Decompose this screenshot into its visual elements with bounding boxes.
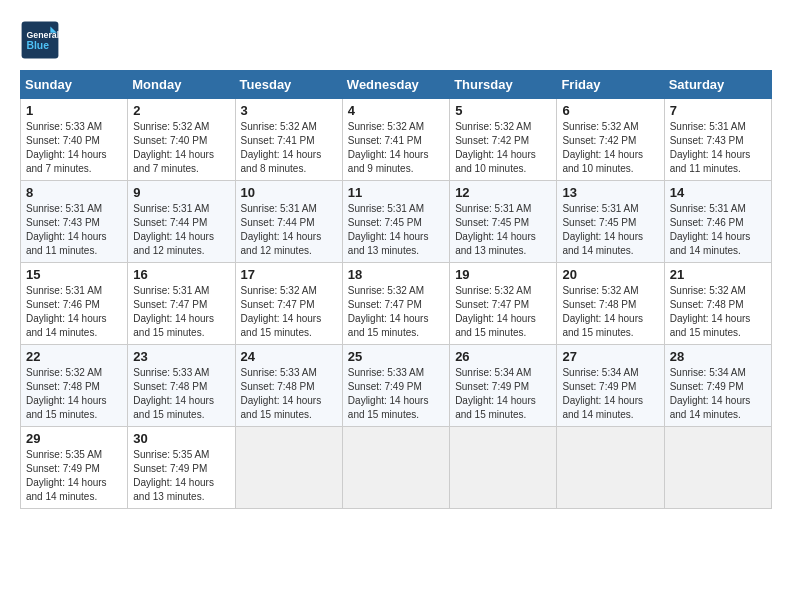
day-info: Sunrise: 5:32 AM Sunset: 7:41 PM Dayligh… [348,120,444,176]
daylight-label: Daylight: 14 hours and 8 minutes. [241,149,322,174]
calendar-cell: 21 Sunrise: 5:32 AM Sunset: 7:48 PM Dayl… [664,263,771,345]
day-number: 11 [348,185,444,200]
daylight-label: Daylight: 14 hours and 15 minutes. [241,313,322,338]
sunrise-label: Sunrise: 5:32 AM [26,367,102,378]
calendar-cell: 14 Sunrise: 5:31 AM Sunset: 7:46 PM Dayl… [664,181,771,263]
daylight-label: Daylight: 14 hours and 7 minutes. [26,149,107,174]
calendar-cell [664,427,771,509]
sunrise-label: Sunrise: 5:31 AM [455,203,531,214]
day-info: Sunrise: 5:32 AM Sunset: 7:47 PM Dayligh… [348,284,444,340]
daylight-label: Daylight: 14 hours and 13 minutes. [133,477,214,502]
calendar-cell: 17 Sunrise: 5:32 AM Sunset: 7:47 PM Dayl… [235,263,342,345]
day-info: Sunrise: 5:32 AM Sunset: 7:42 PM Dayligh… [455,120,551,176]
calendar-cell: 10 Sunrise: 5:31 AM Sunset: 7:44 PM Dayl… [235,181,342,263]
day-info: Sunrise: 5:32 AM Sunset: 7:40 PM Dayligh… [133,120,229,176]
calendar-cell: 24 Sunrise: 5:33 AM Sunset: 7:48 PM Dayl… [235,345,342,427]
day-number: 7 [670,103,766,118]
column-header-thursday: Thursday [450,71,557,99]
calendar-cell: 23 Sunrise: 5:33 AM Sunset: 7:48 PM Dayl… [128,345,235,427]
day-info: Sunrise: 5:33 AM Sunset: 7:40 PM Dayligh… [26,120,122,176]
day-info: Sunrise: 5:31 AM Sunset: 7:45 PM Dayligh… [562,202,658,258]
calendar-cell [450,427,557,509]
daylight-label: Daylight: 14 hours and 7 minutes. [133,149,214,174]
sunset-label: Sunset: 7:43 PM [670,135,744,146]
daylight-label: Daylight: 14 hours and 12 minutes. [133,231,214,256]
sunrise-label: Sunrise: 5:31 AM [348,203,424,214]
daylight-label: Daylight: 14 hours and 10 minutes. [562,149,643,174]
calendar-cell: 16 Sunrise: 5:31 AM Sunset: 7:47 PM Dayl… [128,263,235,345]
calendar-cell: 1 Sunrise: 5:33 AM Sunset: 7:40 PM Dayli… [21,99,128,181]
day-number: 21 [670,267,766,282]
sunset-label: Sunset: 7:45 PM [455,217,529,228]
daylight-label: Daylight: 14 hours and 9 minutes. [348,149,429,174]
calendar-cell [235,427,342,509]
sunrise-label: Sunrise: 5:32 AM [133,121,209,132]
day-number: 5 [455,103,551,118]
sunset-label: Sunset: 7:47 PM [133,299,207,310]
day-info: Sunrise: 5:32 AM Sunset: 7:48 PM Dayligh… [26,366,122,422]
svg-text:Blue: Blue [26,40,49,51]
day-info: Sunrise: 5:31 AM Sunset: 7:43 PM Dayligh… [670,120,766,176]
day-number: 20 [562,267,658,282]
calendar-header: SundayMondayTuesdayWednesdayThursdayFrid… [21,71,772,99]
daylight-label: Daylight: 14 hours and 14 minutes. [26,313,107,338]
sunset-label: Sunset: 7:42 PM [562,135,636,146]
sunrise-label: Sunrise: 5:32 AM [670,285,746,296]
sunrise-label: Sunrise: 5:32 AM [562,121,638,132]
day-number: 29 [26,431,122,446]
daylight-label: Daylight: 14 hours and 15 minutes. [455,313,536,338]
day-number: 17 [241,267,337,282]
day-info: Sunrise: 5:35 AM Sunset: 7:49 PM Dayligh… [133,448,229,504]
sunset-label: Sunset: 7:45 PM [562,217,636,228]
daylight-label: Daylight: 14 hours and 14 minutes. [670,231,751,256]
daylight-label: Daylight: 14 hours and 15 minutes. [455,395,536,420]
day-info: Sunrise: 5:33 AM Sunset: 7:49 PM Dayligh… [348,366,444,422]
sunrise-label: Sunrise: 5:34 AM [455,367,531,378]
day-number: 13 [562,185,658,200]
sunset-label: Sunset: 7:46 PM [670,217,744,228]
day-info: Sunrise: 5:33 AM Sunset: 7:48 PM Dayligh… [133,366,229,422]
daylight-label: Daylight: 14 hours and 11 minutes. [670,149,751,174]
sunrise-label: Sunrise: 5:32 AM [455,121,531,132]
daylight-label: Daylight: 14 hours and 15 minutes. [670,313,751,338]
sunrise-label: Sunrise: 5:34 AM [562,367,638,378]
sunset-label: Sunset: 7:49 PM [670,381,744,392]
day-number: 2 [133,103,229,118]
sunset-label: Sunset: 7:44 PM [241,217,315,228]
column-header-friday: Friday [557,71,664,99]
calendar-cell: 22 Sunrise: 5:32 AM Sunset: 7:48 PM Dayl… [21,345,128,427]
calendar-cell: 28 Sunrise: 5:34 AM Sunset: 7:49 PM Dayl… [664,345,771,427]
sunset-label: Sunset: 7:48 PM [670,299,744,310]
day-info: Sunrise: 5:32 AM Sunset: 7:47 PM Dayligh… [455,284,551,340]
column-header-saturday: Saturday [664,71,771,99]
day-number: 8 [26,185,122,200]
sunset-label: Sunset: 7:47 PM [241,299,315,310]
calendar-cell: 4 Sunrise: 5:32 AM Sunset: 7:41 PM Dayli… [342,99,449,181]
day-info: Sunrise: 5:31 AM Sunset: 7:45 PM Dayligh… [455,202,551,258]
daylight-label: Daylight: 14 hours and 11 minutes. [26,231,107,256]
sunset-label: Sunset: 7:48 PM [241,381,315,392]
daylight-label: Daylight: 14 hours and 13 minutes. [455,231,536,256]
day-info: Sunrise: 5:31 AM Sunset: 7:44 PM Dayligh… [133,202,229,258]
sunset-label: Sunset: 7:47 PM [348,299,422,310]
sunrise-label: Sunrise: 5:31 AM [133,285,209,296]
day-number: 19 [455,267,551,282]
calendar-cell: 9 Sunrise: 5:31 AM Sunset: 7:44 PM Dayli… [128,181,235,263]
calendar-cell: 20 Sunrise: 5:32 AM Sunset: 7:48 PM Dayl… [557,263,664,345]
sunset-label: Sunset: 7:40 PM [133,135,207,146]
calendar-cell [557,427,664,509]
sunset-label: Sunset: 7:49 PM [562,381,636,392]
calendar-body: 1 Sunrise: 5:33 AM Sunset: 7:40 PM Dayli… [21,99,772,509]
day-info: Sunrise: 5:34 AM Sunset: 7:49 PM Dayligh… [670,366,766,422]
day-info: Sunrise: 5:31 AM Sunset: 7:44 PM Dayligh… [241,202,337,258]
sunset-label: Sunset: 7:42 PM [455,135,529,146]
day-number: 1 [26,103,122,118]
day-number: 12 [455,185,551,200]
sunset-label: Sunset: 7:43 PM [26,217,100,228]
column-header-monday: Monday [128,71,235,99]
day-number: 23 [133,349,229,364]
day-info: Sunrise: 5:31 AM Sunset: 7:46 PM Dayligh… [26,284,122,340]
day-number: 3 [241,103,337,118]
sunrise-label: Sunrise: 5:33 AM [133,367,209,378]
day-number: 6 [562,103,658,118]
